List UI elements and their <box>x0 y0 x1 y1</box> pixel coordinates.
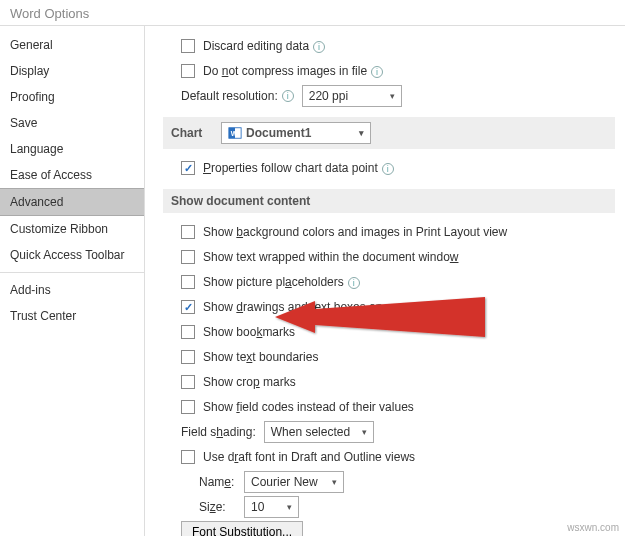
row-font-substitution: Font Substitution... <box>163 521 615 536</box>
row-show-boundaries: Show text boundaries <box>163 346 615 368</box>
row-show-wrap: Show text wrapped within the document wi… <box>163 246 615 268</box>
dropdown-value: Document1 <box>246 126 311 140</box>
row-font-size: Size: 10 ▾ <box>163 496 615 518</box>
sidebar-item-quick-access-toolbar[interactable]: Quick Access Toolbar <box>0 242 144 268</box>
label-properties-follow: Properties follow chart data point <box>203 161 394 175</box>
sidebar-item-advanced[interactable]: Advanced <box>0 188 144 216</box>
sidebar-item-proofing[interactable]: Proofing <box>0 84 144 110</box>
chevron-down-icon: ▾ <box>352 427 367 437</box>
row-show-bookmarks: Show bookmarks <box>163 321 615 343</box>
dropdown-default-resolution[interactable]: 220 ppi ▾ <box>302 85 402 107</box>
options-frame: General Display Proofing Save Language E… <box>0 25 625 536</box>
sidebar-item-display[interactable]: Display <box>0 58 144 84</box>
checkbox-show-wrap[interactable] <box>181 250 195 264</box>
info-icon[interactable] <box>348 277 360 289</box>
label-font-name: Name: <box>199 475 244 489</box>
section-header-chart: Chart W Document1 ▾ <box>163 117 615 149</box>
label-show-boundaries: Show text boundaries <box>203 350 318 364</box>
row-show-field-codes: Show field codes instead of their values <box>163 396 615 418</box>
sidebar-item-general[interactable]: General <box>0 32 144 58</box>
dropdown-chart-document[interactable]: W Document1 ▾ <box>221 122 371 144</box>
label-use-draft: Use draft font in Draft and Outline view… <box>203 450 415 464</box>
row-font-name: Name: Courier New ▾ <box>163 471 615 493</box>
chevron-down-icon: ▾ <box>322 477 337 487</box>
info-icon[interactable] <box>382 163 394 175</box>
sidebar-item-ease-of-access[interactable]: Ease of Access <box>0 162 144 188</box>
section-header-document-content: Show document content <box>163 189 615 213</box>
label-show-wrap: Show text wrapped within the document wi… <box>203 250 458 264</box>
row-properties-follow: Properties follow chart data point <box>163 157 615 179</box>
checkbox-do-not-compress[interactable] <box>181 64 195 78</box>
checkbox-show-drawings[interactable] <box>181 300 195 314</box>
checkbox-use-draft[interactable] <box>181 450 195 464</box>
chevron-down-icon: ▾ <box>349 128 364 138</box>
label-discard-editing: Discard editing data <box>203 39 325 53</box>
row-show-drawings: Show drawings and text boxes on screen <box>163 296 615 318</box>
category-sidebar: General Display Proofing Save Language E… <box>0 26 145 536</box>
checkbox-show-bg[interactable] <box>181 225 195 239</box>
label-show-bg: Show background colors and images in Pri… <box>203 225 507 239</box>
chevron-down-icon: ▾ <box>277 502 292 512</box>
checkbox-properties-follow[interactable] <box>181 161 195 175</box>
font-substitution-button[interactable]: Font Substitution... <box>181 521 303 536</box>
label-field-shading: Field shading: <box>181 425 256 439</box>
row-show-placeholders: Show picture placeholders <box>163 271 615 293</box>
chart-header-label: Chart <box>171 126 221 140</box>
window-title: Word Options <box>0 0 625 25</box>
sidebar-item-add-ins[interactable]: Add-ins <box>0 277 144 303</box>
sidebar-item-save[interactable]: Save <box>0 110 144 136</box>
dropdown-value: When selected <box>271 425 350 439</box>
row-show-crop: Show crop marks <box>163 371 615 393</box>
svg-text:W: W <box>231 130 238 137</box>
row-default-resolution: Default resolution: 220 ppi ▾ <box>163 85 615 107</box>
checkbox-show-crop[interactable] <box>181 375 195 389</box>
label-font-size: Size: <box>199 500 244 514</box>
options-content: Discard editing data Do not compress ima… <box>145 26 625 536</box>
dropdown-font-name[interactable]: Courier New ▾ <box>244 471 344 493</box>
label-show-field-codes: Show field codes instead of their values <box>203 400 414 414</box>
row-discard-editing: Discard editing data <box>163 35 615 57</box>
info-icon[interactable] <box>313 41 325 53</box>
row-show-bg: Show background colors and images in Pri… <box>163 221 615 243</box>
label-show-crop: Show crop marks <box>203 375 296 389</box>
row-field-shading: Field shading: When selected ▾ <box>163 421 615 443</box>
watermark: wsxwn.com <box>567 522 619 533</box>
checkbox-show-field-codes[interactable] <box>181 400 195 414</box>
checkbox-show-boundaries[interactable] <box>181 350 195 364</box>
dropdown-field-shading[interactable]: When selected ▾ <box>264 421 374 443</box>
sidebar-item-trust-center[interactable]: Trust Center <box>0 303 144 329</box>
sidebar-item-language[interactable]: Language <box>0 136 144 162</box>
dropdown-font-size[interactable]: 10 ▾ <box>244 496 299 518</box>
checkbox-show-bookmarks[interactable] <box>181 325 195 339</box>
info-icon[interactable] <box>282 90 294 102</box>
sidebar-item-customize-ribbon[interactable]: Customize Ribbon <box>0 216 144 242</box>
info-icon[interactable] <box>371 66 383 78</box>
row-use-draft: Use draft font in Draft and Outline view… <box>163 446 615 468</box>
checkbox-show-placeholders[interactable] <box>181 275 195 289</box>
label-default-resolution: Default resolution: <box>181 89 278 103</box>
row-do-not-compress: Do not compress images in file <box>163 60 615 82</box>
dropdown-value: Courier New <box>251 475 318 489</box>
label-show-placeholders: Show picture placeholders <box>203 275 360 289</box>
dropdown-value: 10 <box>251 500 264 514</box>
checkbox-discard-editing[interactable] <box>181 39 195 53</box>
chevron-down-icon: ▾ <box>380 91 395 101</box>
label-do-not-compress: Do not compress images in file <box>203 64 383 78</box>
word-document-icon: W <box>228 126 242 140</box>
dropdown-value: 220 ppi <box>309 89 348 103</box>
sidebar-separator <box>0 272 144 273</box>
label-show-bookmarks: Show bookmarks <box>203 325 295 339</box>
label-show-drawings: Show drawings and text boxes on screen <box>203 300 422 314</box>
